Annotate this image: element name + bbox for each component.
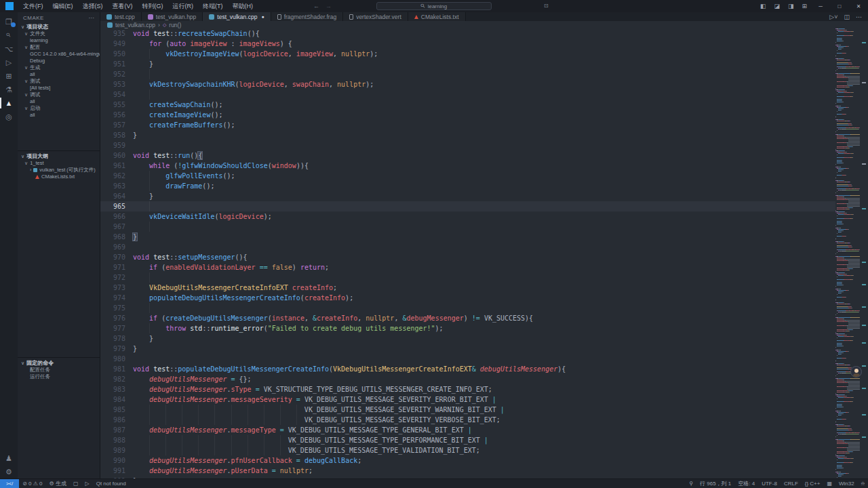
- sidebar-item[interactable]: ∨生成: [18, 64, 100, 71]
- tab-CMakeLists.txt[interactable]: CMakeLists.txt: [408, 12, 466, 21]
- code-editor[interactable]: 935void test::recreateSwapChain(){949 fo…: [100, 28, 835, 479]
- sidebar-item[interactable]: 配置任务: [18, 367, 100, 373]
- qt-status[interactable]: Qt not found: [93, 479, 130, 488]
- run-file-button[interactable]: ▷˅: [829, 14, 837, 20]
- sidebar-item[interactable]: ∨启动: [18, 105, 100, 112]
- account-icon[interactable]: ♟: [0, 451, 18, 465]
- tab-test_vulkan.hpp[interactable]: test_vulkan.hpp: [142, 12, 203, 21]
- menu-item[interactable]: 查看(V): [108, 0, 138, 12]
- minimap-line: [835, 358, 860, 359]
- menu-item[interactable]: 运行(R): [168, 0, 199, 12]
- back-arrow-icon[interactable]: ←: [313, 3, 319, 9]
- menu-item[interactable]: 终端(T): [198, 0, 228, 12]
- search-icon[interactable]: ⚲: [0, 28, 18, 42]
- more-actions-icon[interactable]: ⋯: [89, 15, 95, 21]
- sidebar-item[interactable]: ∨1_test: [18, 160, 100, 167]
- sidebar-item[interactable]: all: [18, 112, 100, 119]
- minimap-line: [835, 424, 860, 425]
- tab-test_vulkan.cpp[interactable]: test_vulkan.cpp●: [203, 12, 271, 21]
- cmake-build-button[interactable]: ⚙ 生成: [46, 479, 70, 488]
- minimap-line: [835, 103, 860, 104]
- source-control-icon[interactable]: ⌥: [0, 42, 18, 56]
- language-mode[interactable]: {} C++: [802, 479, 824, 488]
- breadcrumb[interactable]: test_vulkan.cpp › ◇ run(): [100, 21, 868, 28]
- config-status-icon[interactable]: ▦: [823, 479, 835, 488]
- explorer-icon[interactable]: ❐: [0, 15, 18, 28]
- minimap[interactable]: [835, 28, 860, 479]
- titlebar-widget-icon[interactable]: ⊡: [544, 3, 549, 9]
- tab-test.cpp[interactable]: test.cpp: [100, 12, 142, 21]
- build-target-button[interactable]: ▢: [70, 479, 82, 488]
- indentation[interactable]: 空格: 4: [734, 479, 758, 488]
- sidebar-item[interactable]: ∨配置: [18, 44, 100, 51]
- minimap-line: [835, 247, 860, 247]
- maximize-button[interactable]: □: [830, 0, 849, 12]
- line-number: 980: [100, 354, 125, 364]
- toggle-sidebar-icon[interactable]: ◧: [756, 3, 770, 9]
- ruler-mark: [862, 342, 866, 344]
- encoding[interactable]: UTF-8: [758, 479, 781, 488]
- minimap-line: [835, 455, 860, 456]
- toggle-secondary-sidebar-icon[interactable]: ◨: [784, 3, 798, 9]
- section-header[interactable]: ∨固定的命令: [18, 359, 100, 367]
- overview-ruler-scrollbar[interactable]: [860, 28, 868, 479]
- sidebar-item[interactable]: 运行任务: [18, 373, 100, 380]
- search-status-icon[interactable]: ⚲: [686, 479, 696, 488]
- sidebar-item[interactable]: all: [18, 71, 100, 78]
- sidebar-item[interactable]: CMakeLists.txt: [18, 174, 100, 180]
- tab-fragmentShader.frag[interactable]: fragmentShader.frag: [271, 12, 344, 21]
- testing-icon[interactable]: ⚗: [0, 83, 18, 96]
- tab-vertexShader.vert[interactable]: vertexShader.vert: [343, 12, 408, 21]
- command-center-search[interactable]: ⚲ learning: [376, 2, 492, 10]
- extensions-icon[interactable]: ⊞: [0, 69, 18, 83]
- breadcrumb-file[interactable]: test_vulkan.cpp: [115, 22, 155, 28]
- minimap-line: [835, 49, 860, 49]
- run-debug-icon[interactable]: ▷: [0, 56, 18, 69]
- extension-panel-icon[interactable]: ◎: [0, 110, 18, 123]
- sidebar-item[interactable]: ∨调试: [18, 92, 100, 98]
- minimize-button[interactable]: ─: [811, 0, 830, 12]
- minimap-line: [835, 165, 860, 166]
- minimap-line: [835, 182, 860, 182]
- problems-button[interactable]: ⊘ 0 ⚠ 0: [19, 479, 45, 488]
- sidebar-item[interactable]: ›vulkan_test (可执行文件): [18, 167, 100, 174]
- file-icon: [349, 14, 353, 20]
- forward-arrow-icon[interactable]: →: [326, 3, 332, 9]
- menu-item[interactable]: 文件(F): [18, 0, 48, 12]
- assistant-avatar-icon[interactable]: [850, 366, 862, 378]
- platform-status[interactable]: Win32: [835, 479, 858, 488]
- minimap-line: [835, 61, 860, 62]
- section-header[interactable]: ∨项目大纲: [18, 152, 100, 160]
- title-bar: 文件(F)编辑(E)选择(S)查看(V)转到(G)运行(R)终端(T)帮助(H)…: [0, 0, 868, 12]
- minimap-line: [835, 137, 860, 138]
- split-editor-button[interactable]: ◫: [844, 14, 850, 20]
- menu-item[interactable]: 转到(G): [138, 0, 168, 12]
- sidebar-item[interactable]: [All tests]: [18, 85, 100, 92]
- sidebar-item[interactable]: all: [18, 98, 100, 105]
- cursor-position[interactable]: 行 965，列 1: [696, 479, 734, 488]
- menu-item[interactable]: 帮助(H): [228, 0, 258, 12]
- sidebar-item[interactable]: ∨测试: [18, 78, 100, 85]
- notifications-bell-icon[interactable]: ⍾: [858, 479, 868, 488]
- customize-layout-icon[interactable]: ⊞: [797, 3, 811, 9]
- more-actions-button[interactable]: ⋯: [856, 14, 862, 20]
- minimap-line: [835, 46, 860, 47]
- sidebar-item[interactable]: learning: [18, 37, 100, 44]
- sidebar-item[interactable]: ∨文件夹: [18, 30, 100, 37]
- sidebar-item[interactable]: GCC 14.2.0 x86_64-w64-mingw32: [18, 51, 100, 58]
- close-button[interactable]: ✕: [849, 0, 868, 12]
- minimap-line: [835, 416, 860, 417]
- settings-gear-icon[interactable]: ⚙: [0, 465, 18, 479]
- menu-item[interactable]: 编辑(E): [48, 0, 78, 12]
- indent-guide: [165, 445, 166, 455]
- breadcrumb-symbol[interactable]: run(): [169, 22, 181, 28]
- eol-selector[interactable]: CRLF: [781, 479, 802, 488]
- sidebar-item[interactable]: Debug: [18, 58, 100, 64]
- section-header[interactable]: ∨项目状态: [18, 23, 100, 30]
- cmake-icon[interactable]: ▲: [0, 96, 18, 110]
- menu-item[interactable]: 选择(S): [78, 0, 108, 12]
- remote-indicator[interactable]: ></: [0, 479, 19, 488]
- launch-button[interactable]: ▷: [82, 479, 93, 488]
- code-line: 969: [100, 242, 835, 252]
- toggle-panel-icon[interactable]: ◪: [770, 3, 784, 9]
